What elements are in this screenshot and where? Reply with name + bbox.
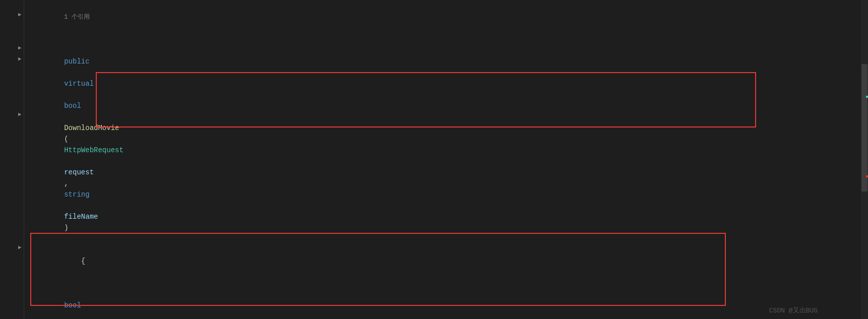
scroll-marker-2 [866,175,868,177]
fold-arrow-3[interactable]: ▶ [18,55,22,62]
fold-arrow-1[interactable]: ▶ [18,11,22,18]
scrollbar-thumb[interactable] [861,64,867,192]
fold-arrow-2[interactable]: ▶ [18,44,22,51]
scrollbar-track[interactable] [861,0,868,319]
gutter: ▶ ▶ ▶ ▶ ▶ [0,0,24,319]
code-editor: 1 个引用 public virtual bool DownloadMovie … [0,0,868,319]
line-bool-success: bool success = false ; [0,278,868,319]
scroll-marker-1 [866,96,868,98]
code-content: 1 个引用 public virtual bool DownloadMovie … [0,0,868,319]
line-ref-count-1: 1 个引用 [0,0,868,34]
line-method-sig: public virtual bool DownloadMovie ( Http… [0,34,868,244]
line-open-brace-1: { [0,244,868,278]
fold-arrow-4[interactable]: ▶ [18,111,22,117]
watermark: CSDN @又出BUG [769,306,818,315]
fold-arrow-5[interactable]: ▶ [18,244,22,250]
